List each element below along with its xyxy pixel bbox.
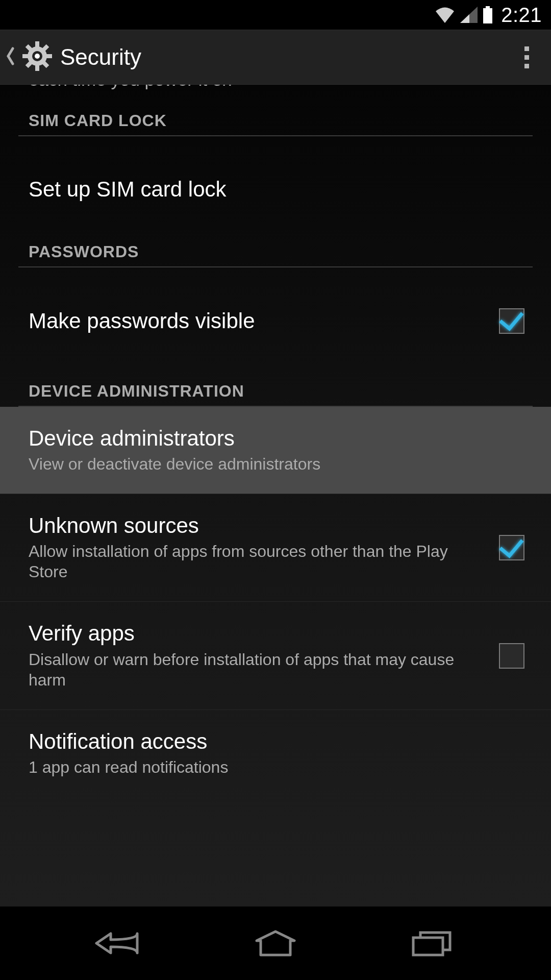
page-title: Security xyxy=(60,44,141,70)
row-title: Set up SIM card lock xyxy=(29,177,517,202)
row-subtitle: Allow installation of apps from sources … xyxy=(29,541,484,582)
device-administrators-row[interactable]: Device administrators View or deactivate… xyxy=(0,407,551,494)
back-button[interactable] xyxy=(88,925,149,961)
back-chevron-icon xyxy=(6,47,14,67)
recents-button[interactable] xyxy=(402,925,463,961)
cell-signal-icon xyxy=(460,7,478,23)
unknown-sources-row[interactable]: Unknown sources Allow installation of ap… xyxy=(0,494,551,602)
checkbox-icon[interactable] xyxy=(499,535,524,560)
action-bar: Security xyxy=(0,30,551,85)
svg-rect-6 xyxy=(46,54,52,58)
encrypt-phone-description: Require a numeric PIN or password to dec… xyxy=(0,85,551,111)
row-title: Make passwords visible xyxy=(29,309,484,333)
checkbox-icon[interactable] xyxy=(499,308,524,334)
notification-access-row[interactable]: Notification access 1 app can read notif… xyxy=(0,710,551,797)
row-title: Notification access xyxy=(29,729,517,754)
svg-rect-1 xyxy=(483,8,492,23)
status-bar: 2:21 xyxy=(0,0,551,30)
section-header-passwords: PASSWORDS xyxy=(0,242,551,266)
svg-rect-13 xyxy=(413,938,443,955)
wifi-icon xyxy=(435,7,455,23)
navigation-bar xyxy=(0,906,551,980)
row-subtitle: 1 app can read notifications xyxy=(29,757,517,777)
row-title: Verify apps xyxy=(29,621,484,646)
sim-card-lock-row[interactable]: Set up SIM card lock xyxy=(0,158,551,221)
row-title: Device administrators xyxy=(29,426,517,451)
svg-rect-3 xyxy=(35,41,39,47)
gear-icon xyxy=(21,40,53,74)
checkbox-icon[interactable] xyxy=(499,643,524,669)
row-subtitle: View or deactivate device administrators xyxy=(29,454,517,474)
home-button[interactable] xyxy=(245,925,306,961)
svg-rect-4 xyxy=(35,65,39,71)
verify-apps-row[interactable]: Verify apps Disallow or warn before inst… xyxy=(0,602,551,709)
section-header-device-admin: DEVICE ADMINISTRATION xyxy=(0,382,551,406)
battery-icon xyxy=(483,6,493,23)
status-clock: 2:21 xyxy=(501,4,542,27)
make-passwords-visible-row[interactable]: Make passwords visible xyxy=(0,289,551,353)
settings-list: Require a numeric PIN or password to dec… xyxy=(0,85,551,906)
svg-point-12 xyxy=(35,54,40,59)
svg-rect-0 xyxy=(486,6,490,8)
row-title: Unknown sources xyxy=(29,513,484,538)
section-header-sim: SIM CARD LOCK xyxy=(0,111,551,135)
row-subtitle: Disallow or warn before installation of … xyxy=(29,649,484,690)
action-bar-up[interactable]: Security xyxy=(0,40,141,74)
svg-rect-5 xyxy=(22,54,29,58)
overflow-menu-button[interactable] xyxy=(512,43,541,71)
